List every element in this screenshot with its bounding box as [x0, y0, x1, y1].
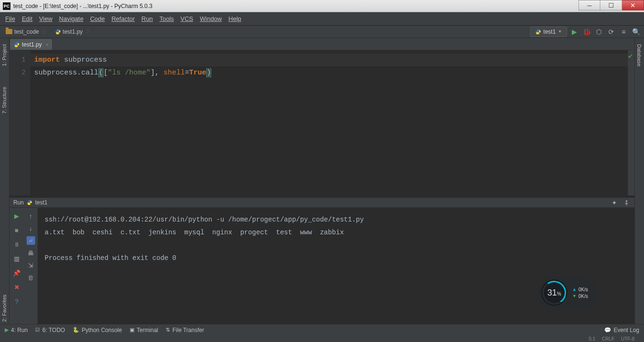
- breadcrumb: test_code 〉 test1.py 〉: [3, 28, 95, 36]
- window-titlebar: PC test_code - [E:\test_code] - ...\test…: [0, 0, 644, 12]
- cpu-dial: 31%: [541, 279, 568, 306]
- menu-navigate[interactable]: Navigate: [56, 15, 86, 22]
- dial-unit: %: [557, 291, 561, 296]
- tool-tab-filetransfer[interactable]: ⇅File Transfer: [166, 327, 204, 333]
- tool-tab-pyconsole[interactable]: 🐍Python Console: [73, 327, 122, 333]
- python-icon: [535, 29, 541, 35]
- editor-tab-test1[interactable]: test1.py ×: [9, 38, 53, 50]
- tool-tab-terminal[interactable]: ▣Terminal: [130, 327, 158, 333]
- event-log-button[interactable]: 💬 Event Log: [604, 327, 639, 333]
- inspection-ok-icon: ✔: [628, 53, 633, 60]
- nav-toolbar: test_code 〉 test1.py 〉 test1 ▼ ▶ 🐞 ⬡ ⟳ ≡…: [0, 26, 644, 38]
- breadcrumb-project[interactable]: test_code 〉: [3, 28, 51, 36]
- menu-file[interactable]: File: [2, 15, 19, 22]
- status-enc[interactable]: UTF-8: [621, 336, 635, 342]
- search-icon[interactable]: 🔍: [631, 27, 641, 37]
- run-button[interactable]: ▶: [569, 27, 579, 37]
- bottom-toolbar: ▶4: Run ☑6: TODO 🐍Python Console ▣Termin…: [0, 324, 644, 335]
- print-button[interactable]: 🖶: [27, 249, 35, 257]
- layout-button[interactable]: ▥: [12, 254, 21, 263]
- clear-button[interactable]: 🗑: [27, 273, 35, 282]
- run-tool-header: Run test1 ✦ ⭻: [9, 197, 635, 208]
- up-stack-icon[interactable]: ↑: [27, 212, 35, 220]
- stop-button[interactable]: ■: [12, 226, 21, 234]
- svg-point-1: [58, 33, 59, 34]
- event-log-icon: 💬: [604, 327, 611, 333]
- sidebar-tab-structure[interactable]: 7: Structure: [0, 83, 9, 118]
- editor: 1 2 import subprocess subprocess.call(["…: [9, 50, 635, 195]
- menu-help[interactable]: Help: [225, 15, 245, 22]
- maximize-button[interactable]: ☐: [600, 0, 622, 10]
- arrow-up-icon: ▲: [572, 287, 577, 292]
- close-button[interactable]: ✕: [622, 0, 644, 10]
- terminal-icon: ▣: [130, 327, 134, 333]
- coverage-button[interactable]: ⬡: [594, 27, 604, 37]
- python-icon: [55, 29, 61, 35]
- right-tool-strip: Database: [635, 38, 644, 328]
- run-action-column: ▶ ■ ⏸ ▥ 📌 ✖ ?: [9, 208, 24, 328]
- transfer-icon: ⇅: [166, 327, 170, 333]
- status-pos[interactable]: 5:1: [589, 336, 596, 342]
- breadcrumb-sep-icon: 〉: [43, 28, 48, 36]
- left-tool-strip: 1: Project 7: Structure 2: Favorites: [0, 38, 9, 328]
- console-line: a.txt bob ceshi c.txt jenkins mysql ngin…: [45, 229, 344, 236]
- tool-tab-todo[interactable]: ☑6: TODO: [35, 327, 65, 333]
- console-line: ssh://root@192.168.0.204:22/usr/bin/pyth…: [45, 216, 364, 223]
- run-output-column: ↑ ↓ ⤶ 🖶 ⇲ 🗑: [24, 208, 38, 328]
- run-tool-title: Run: [13, 199, 24, 206]
- settings-icon[interactable]: ≡: [618, 27, 629, 37]
- tool-tab-run[interactable]: ▶4: Run: [5, 327, 28, 333]
- play-icon: ▶: [5, 327, 9, 333]
- toolbar-right: test1 ▼ ▶ 🐞 ⬡ ⟳ ≡ 🔍: [530, 27, 641, 37]
- sidebar-tab-database[interactable]: Database: [635, 40, 644, 70]
- menu-refactor[interactable]: Refactor: [108, 15, 138, 22]
- menu-view[interactable]: View: [36, 15, 56, 22]
- python-icon: 🐍: [73, 327, 79, 333]
- run-tool-window: ▶ ■ ⏸ ▥ 📌 ✖ ? ↑ ↓ ⤶ 🖶 ⇲ 🗑 ssh://root@192…: [9, 208, 635, 328]
- menu-tools[interactable]: Tools: [156, 15, 177, 22]
- debug-button[interactable]: 🐞: [581, 27, 592, 37]
- down-stack-icon[interactable]: ↓: [27, 224, 35, 232]
- folder-icon: [6, 29, 12, 34]
- window-buttons: ─ ☐ ✕: [578, 0, 644, 10]
- sidebar-tab-project[interactable]: 1: Project: [0, 40, 9, 70]
- minimize-button[interactable]: ─: [578, 0, 600, 10]
- update-button[interactable]: ⟳: [606, 27, 616, 37]
- rerun-button[interactable]: ▶: [12, 212, 21, 220]
- editor-scrollbar[interactable]: ✔: [628, 50, 635, 195]
- event-log-label: Event Log: [614, 327, 639, 333]
- run-tool-config: test1: [35, 199, 47, 206]
- menu-vcs[interactable]: VCS: [177, 15, 197, 22]
- menu-edit[interactable]: Edit: [19, 15, 36, 22]
- run-hide-icon[interactable]: ⭻: [622, 198, 631, 207]
- upload-speed: 0K/s: [578, 287, 588, 292]
- breadcrumb-sep-icon: 〉: [86, 28, 92, 36]
- python-icon: [14, 42, 19, 47]
- run-config-selector[interactable]: test1 ▼: [530, 27, 567, 37]
- net-stats: ▲0K/s ▼0K/s: [572, 287, 588, 299]
- editor-tab-label: test1.py: [22, 41, 42, 48]
- soft-wrap-button[interactable]: ⤶: [27, 236, 35, 245]
- sidebar-tab-favorites[interactable]: 2: Favorites: [0, 291, 9, 325]
- dropdown-icon: ▼: [558, 29, 562, 34]
- gutter-line: 2: [9, 66, 26, 79]
- status-bar: 5:1 CRLF UTF-8: [0, 335, 644, 342]
- python-icon: [27, 200, 32, 205]
- menu-window[interactable]: Window: [197, 15, 225, 22]
- pause-button[interactable]: ⏸: [12, 240, 21, 249]
- editor-gutter: 1 2: [9, 50, 30, 195]
- help-button[interactable]: ?: [12, 297, 21, 305]
- scroll-end-button[interactable]: ⇲: [27, 261, 35, 269]
- menu-code[interactable]: Code: [87, 15, 108, 22]
- close-run-button[interactable]: ✖: [12, 283, 21, 291]
- menu-run[interactable]: Run: [138, 15, 156, 22]
- status-crlf[interactable]: CRLF: [602, 336, 615, 342]
- console-output[interactable]: ssh://root@192.168.0.204:22/usr/bin/pyth…: [38, 208, 635, 328]
- run-settings-icon[interactable]: ✦: [610, 198, 618, 207]
- pin-button[interactable]: 📌: [12, 268, 21, 277]
- window-title: test_code - [E:\test_code] - ...\test1.p…: [13, 3, 152, 9]
- network-widget: 31% ▲0K/s ▼0K/s: [538, 277, 597, 309]
- breadcrumb-file[interactable]: test1.py 〉: [52, 28, 95, 36]
- editor-code[interactable]: import subprocess subprocess.call(["ls /…: [30, 50, 628, 195]
- close-tab-icon[interactable]: ×: [46, 42, 48, 47]
